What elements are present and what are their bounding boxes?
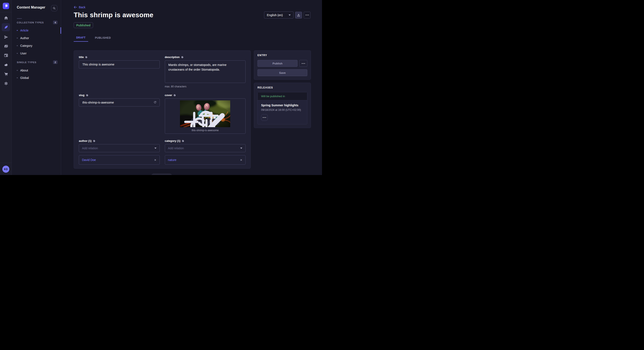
section-count-badge: 2 <box>53 60 58 64</box>
globe-icon <box>86 94 88 97</box>
sidebar-item-global[interactable]: Global <box>17 74 59 81</box>
globe-icon <box>182 140 184 142</box>
sidebar-item-about[interactable]: About <box>17 67 59 74</box>
edit-asset-button[interactable] <box>213 119 219 125</box>
sidebar-item-settings[interactable] <box>4 81 8 86</box>
publish-button[interactable]: Publish <box>258 60 298 67</box>
download-icon <box>297 13 300 17</box>
sidebar-item-releases[interactable] <box>4 35 8 39</box>
relation-link[interactable]: David Doe <box>82 158 96 162</box>
close-icon[interactable]: ✕ <box>154 159 156 162</box>
entry-panel-title: ENTRY <box>258 54 307 57</box>
cover-toolbar <box>191 119 219 125</box>
field-label-text: slug <box>79 94 84 97</box>
sidebar-item-content-manager[interactable] <box>4 25 8 29</box>
regenerate-slug-button[interactable] <box>152 100 158 105</box>
close-icon[interactable]: ✕ <box>240 159 242 162</box>
description-textarea[interactable]: Mantis shrimps, or stomatopods, are mari… <box>165 60 246 83</box>
field-label: description <box>165 55 246 59</box>
back-link[interactable]: Back <box>74 5 86 9</box>
export-button[interactable] <box>295 12 302 18</box>
sidebar-item-home[interactable] <box>4 15 8 20</box>
release-card: Will be published in Spring Summer highl… <box>258 92 307 124</box>
globe-icon <box>173 94 176 97</box>
bullet-icon <box>17 77 18 78</box>
nav-item-label: User <box>20 52 26 55</box>
release-more-button[interactable] <box>261 114 268 121</box>
nav-item-label: Author <box>20 36 29 40</box>
chevron-down-icon <box>154 148 156 149</box>
active-item-indicator <box>60 27 61 34</box>
refresh-icon <box>153 101 157 104</box>
title-input[interactable] <box>79 60 160 68</box>
cover-caption: this-shrimp-is-awesome <box>165 129 246 132</box>
entry-more-button[interactable] <box>299 60 307 67</box>
nav-item-label: Article <box>20 29 28 32</box>
pencil-icon <box>191 108 230 127</box>
field-label: cover <box>165 94 246 97</box>
slug-input[interactable] <box>79 98 160 107</box>
field-title: title <box>79 55 160 88</box>
section-single-types: SINGLE TYPES 2 <box>17 60 58 64</box>
section-count-badge: 4 <box>53 21 58 24</box>
partial-bottom-button[interactable] <box>152 174 172 175</box>
relation-link[interactable]: nature <box>168 158 176 162</box>
images-icon <box>4 44 8 48</box>
field-label-text: cover <box>165 94 172 97</box>
field-label: title <box>79 55 160 59</box>
version-tabs: DRAFT PUBLISHED <box>74 34 113 42</box>
header-more-button[interactable] <box>304 12 310 18</box>
search-button[interactable] <box>51 5 57 11</box>
sidebar-item-user[interactable]: User <box>17 50 59 57</box>
status-badge: Published <box>74 22 93 28</box>
globe-icon <box>85 56 88 58</box>
cover-asset-box: this-shrimp-is-awesome <box>165 98 246 134</box>
field-label-text: category (1) <box>165 139 180 143</box>
strapi-admin: KD Content Manager COLLECTION TYPES 4 Ar… <box>0 0 322 175</box>
content-manager-subnav: Content Manager COLLECTION TYPES 4 Artic… <box>12 0 61 175</box>
relation-placeholder: Add relation <box>168 147 184 150</box>
locale-select[interactable]: English (en) <box>264 11 294 18</box>
layout-icon <box>4 53 8 58</box>
subnav-divider <box>17 18 22 19</box>
field-label-text: title <box>79 55 84 59</box>
category-relation-combobox[interactable]: Add relation <box>165 144 246 152</box>
release-body: Spring Summer highlights 09/18/2024 at 1… <box>258 100 307 124</box>
strapi-logo-icon[interactable] <box>3 3 9 9</box>
cover-image <box>180 100 230 127</box>
nav-item-label: About <box>20 69 28 72</box>
releases-panel-title: RELEASES <box>258 86 307 89</box>
relation-placeholder: Add relation <box>82 147 98 150</box>
bullet-icon <box>17 30 18 31</box>
tab-draft[interactable]: DRAFT <box>74 34 88 42</box>
section-label: COLLECTION TYPES <box>17 21 44 24</box>
search-icon <box>52 6 56 10</box>
user-avatar[interactable]: KD <box>2 166 9 173</box>
gear-icon <box>4 81 8 86</box>
subnav-title: Content Manager <box>17 5 45 9</box>
sidebar-item-marketplace[interactable] <box>4 72 8 76</box>
field-label-text: description <box>165 55 180 59</box>
globe-icon <box>181 56 184 58</box>
field-cover: cover <box>165 94 246 134</box>
release-date: 09/18/2024 at 16:00 (UTC+02:00) <box>261 108 304 111</box>
sidebar-item-cloud[interactable] <box>4 62 8 67</box>
field-author: author (1) Add relation David Doe ✕ <box>79 139 160 165</box>
sidebar-item-content-type-builder[interactable] <box>4 53 8 58</box>
nav-item-label: Category <box>20 44 32 47</box>
field-category: category (1) Add relation nature ✕ <box>165 139 246 165</box>
paper-plane-icon <box>4 35 8 39</box>
sidebar-item-author[interactable]: Author <box>17 35 59 41</box>
save-button[interactable]: Save <box>258 69 307 76</box>
field-label: slug <box>79 94 160 97</box>
tab-published[interactable]: PUBLISHED <box>92 34 114 42</box>
sidebar-item-article[interactable]: Article <box>17 27 59 34</box>
sidebar-item-media-library[interactable] <box>4 44 8 48</box>
field-label: author (1) <box>79 139 160 143</box>
sidebar-item-category[interactable]: Category <box>17 42 59 49</box>
icon-rail: KD <box>0 0 12 175</box>
entry-panel: ENTRY Publish Save <box>254 50 311 80</box>
author-relation-combobox[interactable]: Add relation <box>79 144 160 152</box>
locale-value: English (en) <box>267 13 283 17</box>
field-description: description Mantis shrimps, or stomatopo… <box>165 55 246 88</box>
